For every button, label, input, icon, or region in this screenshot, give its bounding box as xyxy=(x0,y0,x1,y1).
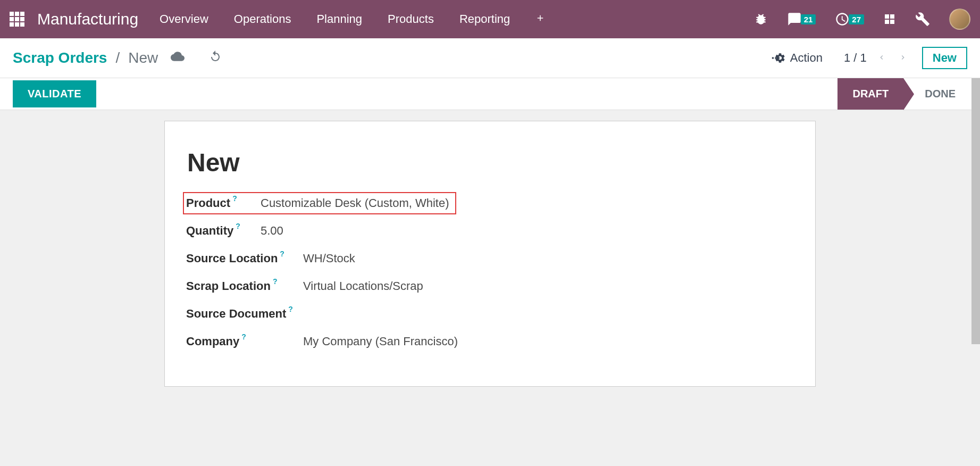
control-bar: Scrap Orders / New Action 1 / 1 New xyxy=(0,38,980,78)
nav-add[interactable] xyxy=(535,12,545,26)
bug-icon[interactable] xyxy=(754,12,768,26)
action-button[interactable]: Action xyxy=(770,51,823,65)
tools-icon[interactable] xyxy=(915,12,930,27)
label-source-location: Source Location? xyxy=(186,252,303,265)
nav-menu: Overview Operations Planning Products Re… xyxy=(160,12,545,26)
value-product[interactable]: Customizable Desk (Custom, White) xyxy=(261,196,449,210)
value-company[interactable]: My Company (San Francisco) xyxy=(303,335,458,348)
scrollbar-thumb[interactable] xyxy=(971,78,980,344)
row-scrap-location: Scrap Location? Virtual Locations/Scrap xyxy=(186,279,794,293)
row-quantity: Quantity? 5.00 xyxy=(186,224,794,238)
breadcrumb: Scrap Orders / New xyxy=(13,49,222,67)
help-icon[interactable]: ? xyxy=(280,249,284,258)
label-scrap-location: Scrap Location? xyxy=(186,279,303,293)
breadcrumb-root[interactable]: Scrap Orders xyxy=(13,49,107,66)
cloud-icon[interactable] xyxy=(171,49,185,67)
app-title: Manufacturing xyxy=(37,10,138,28)
value-quantity[interactable]: 5.00 xyxy=(261,224,283,238)
form-title: New xyxy=(187,148,794,177)
messages-badge: 21 xyxy=(801,14,816,24)
label-quantity: Quantity? xyxy=(186,224,261,238)
activities-badge: 27 xyxy=(849,14,864,24)
label-product: Product? xyxy=(186,196,261,210)
status-steps: DRAFT DONE xyxy=(837,78,970,110)
help-icon[interactable]: ? xyxy=(241,332,246,341)
pager: 1 / 1 xyxy=(844,51,909,65)
nav-overview[interactable]: Overview xyxy=(160,12,208,26)
messages-icon[interactable]: 21 xyxy=(787,12,816,27)
nav-operations[interactable]: Operations xyxy=(234,12,291,26)
nav-right: 21 27 xyxy=(754,9,970,30)
value-source-location[interactable]: WH/Stock xyxy=(303,252,355,265)
label-source-document: Source Document? xyxy=(186,307,303,321)
main: New Product? Customizable Desk (Custom, … xyxy=(0,110,980,387)
help-icon[interactable]: ? xyxy=(232,194,237,203)
breadcrumb-sep: / xyxy=(115,49,120,66)
pager-text: 1 / 1 xyxy=(844,51,867,65)
breadcrumb-current: New xyxy=(128,49,158,66)
value-scrap-location[interactable]: Virtual Locations/Scrap xyxy=(303,279,423,293)
row-company: Company? My Company (San Francisco) xyxy=(186,335,794,348)
nav-reporting[interactable]: Reporting xyxy=(459,12,510,26)
form-sheet: New Product? Customizable Desk (Custom, … xyxy=(164,121,816,387)
label-company: Company? xyxy=(186,335,303,348)
apps-icon[interactable] xyxy=(10,12,24,27)
status-draft[interactable]: DRAFT xyxy=(837,78,903,110)
row-source-location: Source Location? WH/Stock xyxy=(186,252,794,265)
help-icon[interactable]: ? xyxy=(288,305,293,313)
grid-small-icon[interactable] xyxy=(883,13,896,26)
row-source-document: Source Document? xyxy=(186,307,794,321)
form-rows: Product? Customizable Desk (Custom, Whit… xyxy=(186,196,794,348)
nav-planning[interactable]: Planning xyxy=(316,12,362,26)
top-nav: Manufacturing Overview Operations Planni… xyxy=(0,0,980,38)
new-button[interactable]: New xyxy=(922,47,967,69)
avatar[interactable] xyxy=(949,9,970,30)
pager-prev[interactable] xyxy=(875,51,888,65)
pager-next[interactable] xyxy=(897,51,909,65)
row-product: Product? Customizable Desk (Custom, Whit… xyxy=(183,192,456,214)
validate-button[interactable]: VALIDATE xyxy=(13,80,96,107)
undo-icon[interactable] xyxy=(209,49,222,66)
status-bar: VALIDATE DRAFT DONE xyxy=(0,78,980,110)
help-icon[interactable]: ? xyxy=(273,277,278,286)
action-label: Action xyxy=(790,51,823,65)
scrollbar[interactable] xyxy=(971,78,980,466)
nav-products[interactable]: Products xyxy=(388,12,434,26)
activities-icon[interactable]: 27 xyxy=(835,12,864,27)
help-icon[interactable]: ? xyxy=(236,222,240,230)
